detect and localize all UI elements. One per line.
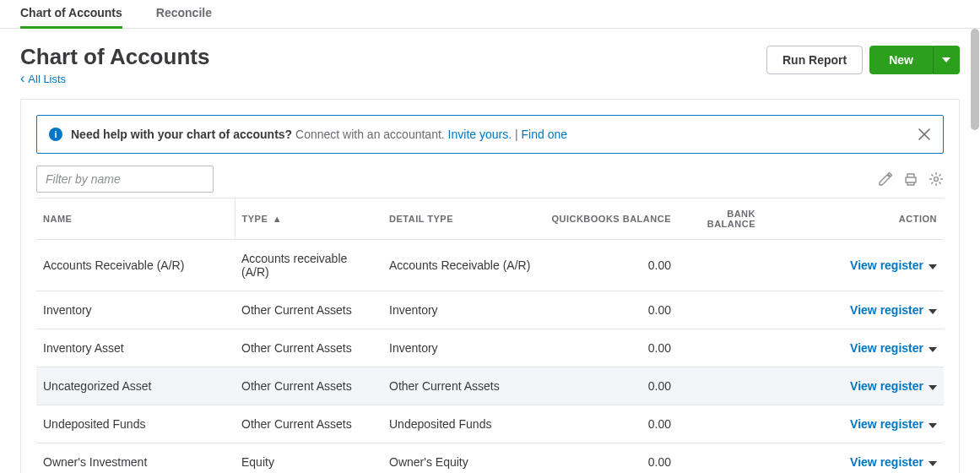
top-tabs: Chart of Accounts Reconcile bbox=[0, 0, 980, 29]
view-register-link[interactable]: View register bbox=[850, 455, 923, 469]
view-register-link[interactable]: View register bbox=[850, 258, 923, 272]
cell-name: Uncategorized Asset bbox=[36, 367, 235, 405]
cell-type: Accounts receivable (A/R) bbox=[235, 240, 382, 291]
col-detail-type[interactable]: DETAIL TYPE bbox=[382, 198, 543, 240]
caret-down-icon bbox=[942, 57, 950, 63]
cell-name: Inventory Asset bbox=[36, 329, 235, 367]
run-report-button[interactable]: Run Report bbox=[766, 46, 863, 74]
tab-reconcile[interactable]: Reconcile bbox=[156, 0, 212, 29]
cell-qb-balance: 0.00 bbox=[543, 405, 678, 443]
cell-detail: Inventory bbox=[382, 291, 543, 329]
table-row[interactable]: InventoryOther Current AssetsInventory0.… bbox=[36, 291, 944, 329]
cell-bank-balance bbox=[678, 291, 762, 329]
invite-yours-link[interactable]: Invite yours. bbox=[448, 128, 512, 141]
table-row[interactable]: Inventory AssetOther Current AssetsInven… bbox=[36, 329, 944, 367]
cell-detail: Inventory bbox=[382, 329, 543, 367]
table-row[interactable]: Uncategorized AssetOther Current AssetsO… bbox=[36, 367, 944, 405]
view-register-link[interactable]: View register bbox=[850, 379, 923, 393]
cell-type: Other Current Assets bbox=[235, 291, 382, 329]
cell-detail: Undeposited Funds bbox=[382, 405, 543, 443]
help-banner: i Need help with your chart of accounts?… bbox=[36, 115, 944, 154]
action-dropdown[interactable] bbox=[929, 461, 937, 466]
cell-type: Equity bbox=[235, 443, 382, 474]
action-dropdown[interactable] bbox=[929, 347, 937, 352]
table-row[interactable]: Undeposited FundsOther Current AssetsUnd… bbox=[36, 405, 944, 443]
cell-name: Owner's Investment bbox=[36, 443, 235, 474]
filter-by-name-input[interactable] bbox=[36, 166, 214, 193]
view-register-link[interactable]: View register bbox=[850, 303, 923, 317]
cell-bank-balance bbox=[678, 443, 762, 474]
cell-bank-balance bbox=[678, 405, 762, 443]
action-dropdown[interactable] bbox=[929, 385, 937, 390]
svg-point-0 bbox=[934, 177, 939, 182]
cell-qb-balance: 0.00 bbox=[543, 291, 678, 329]
cell-name: Undeposited Funds bbox=[36, 405, 235, 443]
cell-qb-balance: 0.00 bbox=[543, 367, 678, 405]
cell-type: Other Current Assets bbox=[235, 367, 382, 405]
col-action: ACTION bbox=[762, 198, 944, 240]
cell-detail: Owner's Equity bbox=[382, 443, 543, 474]
scrollbar[interactable] bbox=[971, 29, 979, 130]
table-row[interactable]: Accounts Receivable (A/R)Accounts receiv… bbox=[36, 240, 944, 291]
tab-chart-of-accounts[interactable]: Chart of Accounts bbox=[20, 0, 122, 29]
cell-bank-balance bbox=[678, 240, 762, 291]
edit-icon[interactable] bbox=[878, 171, 893, 187]
col-bank-balance[interactable]: BANK BALANCE bbox=[678, 198, 762, 240]
action-dropdown[interactable] bbox=[929, 423, 937, 428]
cell-type: Other Current Assets bbox=[235, 329, 382, 367]
back-all-lists[interactable]: ‹ All Lists bbox=[20, 72, 66, 85]
new-button-dropdown[interactable] bbox=[933, 46, 960, 74]
cell-qb-balance: 0.00 bbox=[543, 443, 678, 474]
back-label: All Lists bbox=[28, 73, 66, 85]
col-type[interactable]: TYPE ▲ bbox=[235, 198, 382, 240]
view-register-link[interactable]: View register bbox=[850, 417, 923, 431]
cell-bank-balance bbox=[678, 367, 762, 405]
cell-name: Inventory bbox=[36, 291, 235, 329]
cell-qb-balance: 0.00 bbox=[543, 329, 678, 367]
cell-name: Accounts Receivable (A/R) bbox=[36, 240, 235, 291]
accounts-table: NAME TYPE ▲ DETAIL TYPE QUICKBOOKS BALAN… bbox=[36, 198, 944, 473]
col-qb-balance[interactable]: QUICKBOOKS BALANCE bbox=[543, 198, 678, 240]
new-button[interactable]: New bbox=[869, 46, 933, 74]
find-one-link[interactable]: Find one bbox=[522, 128, 567, 141]
action-dropdown[interactable] bbox=[929, 264, 937, 269]
col-name[interactable]: NAME bbox=[36, 198, 235, 240]
table-row[interactable]: Owner's InvestmentEquityOwner's Equity0.… bbox=[36, 443, 944, 474]
gear-icon[interactable] bbox=[929, 171, 944, 187]
info-icon: i bbox=[49, 128, 62, 141]
sort-asc-icon: ▲ bbox=[269, 214, 282, 224]
chevron-left-icon: ‹ bbox=[20, 72, 24, 85]
cell-type: Other Current Assets bbox=[235, 405, 382, 443]
page-title: Chart of Accounts bbox=[20, 44, 209, 70]
cell-bank-balance bbox=[678, 329, 762, 367]
cell-detail: Accounts Receivable (A/R) bbox=[382, 240, 543, 291]
action-dropdown[interactable] bbox=[929, 309, 937, 314]
banner-text: Need help with your chart of accounts? C… bbox=[71, 128, 567, 141]
cell-qb-balance: 0.00 bbox=[543, 240, 678, 291]
close-icon[interactable] bbox=[918, 128, 931, 141]
cell-detail: Other Current Assets bbox=[382, 367, 543, 405]
view-register-link[interactable]: View register bbox=[850, 341, 923, 355]
print-icon[interactable] bbox=[903, 171, 918, 187]
